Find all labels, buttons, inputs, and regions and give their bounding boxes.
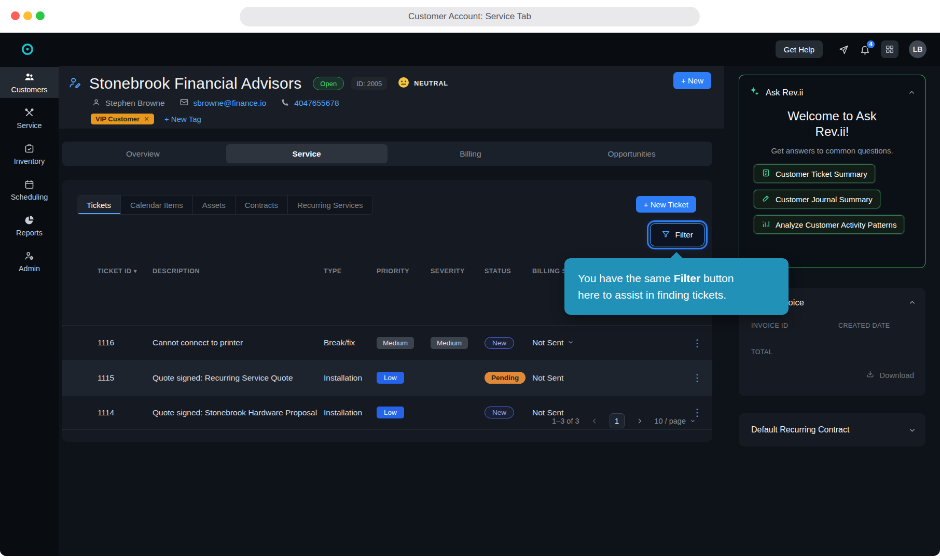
tooltip-text: here to assist in finding tickets. [578,289,726,301]
customer-id: ID: 2005 [351,77,387,90]
sidebar-item-label: Service [17,121,42,130]
app-logo-icon[interactable] [21,43,34,56]
filter-coachmark-tooltip: You have the same Filter button here to … [564,258,789,315]
sort-caret-icon: ▾ [134,268,137,275]
get-help-button[interactable]: Get Help [776,40,823,58]
sidebar-item-label: Scheduling [11,193,48,201]
tab-service[interactable]: Service [226,144,388,163]
status-badge: New [485,337,514,349]
row-actions-icon[interactable]: ⋮ [693,337,702,349]
sidebar-item-inventory[interactable]: Inventory [0,138,59,170]
priority-badge: Medium [377,337,414,349]
collapse-panel-icon[interactable] [908,89,916,96]
tab-billing[interactable]: Billing [390,142,551,166]
customers-icon [24,72,35,82]
billing-status-cell[interactable]: Not Sent [532,338,682,347]
contract-card-title: Default Recurring Contract [751,425,849,435]
sentiment-label: NEUTRAL [414,80,448,87]
subtab-calendar-items[interactable]: Calendar Items [121,195,193,214]
customer-phone-link[interactable]: 4047655678 [294,99,339,108]
sidebar-item-reports[interactable]: Reports [0,210,59,241]
subtab-tickets[interactable]: Tickets [77,195,121,214]
close-window-button[interactable] [11,11,20,20]
table-row[interactable]: 1116 Cannot connect to printer Break/fix… [62,325,712,360]
billing-status-cell: Not Sent [532,373,682,383]
ticket-id-cell: 1114 [98,408,153,417]
ask-action-label: Customer Ticket Summary [776,170,867,178]
new-ticket-button[interactable]: + New Ticket [636,196,696,213]
col-severity: SEVERITY [431,268,485,275]
sidebar-item-label: Inventory [14,157,45,165]
download-invoice-button[interactable]: Download [866,370,914,380]
type-cell: Installation [324,408,377,417]
tooltip-text: You have the same [578,272,674,284]
type-cell: Installation [324,373,377,383]
notifications-button[interactable]: 4 [860,44,870,55]
customer-ticket-summary-button[interactable]: Customer Ticket Summary [754,164,875,183]
status-badge: Pending [485,372,526,384]
notification-count-badge: 4 [866,39,876,49]
row-actions-icon[interactable]: ⋮ [693,372,702,384]
status-badge: New [485,407,514,418]
ask-revii-welcome: Welcome to Ask Rev.ii! [772,108,892,139]
maximize-window-button[interactable] [36,11,45,20]
ask-revii-panel: Ask Rev.ii Welcome to Ask Rev.ii! Get an… [739,75,925,268]
default-recurring-contract-card[interactable]: Default Recurring Contract [739,413,925,446]
customer-name: Stonebrook Financial Advisors [89,75,301,92]
page-size-select[interactable]: 10 / page [655,417,696,425]
customer-profile-icon [68,76,82,92]
minimize-window-button[interactable] [23,11,32,20]
app-window: Customer Account: Service Tab Get Help 4… [0,0,940,560]
filter-funnel-icon [661,230,670,241]
sidebar-item-customers[interactable]: Customers [0,67,59,98]
user-avatar[interactable]: LB [909,40,927,58]
expand-contract-icon[interactable] [908,426,916,434]
app-content: Get Help 4 LB Customers Service [0,33,940,556]
pie-chart-icon [24,215,35,226]
description-cell: Cannot connect to printer [153,338,324,347]
customer-journal-summary-button[interactable]: Customer Journal Summary [754,190,880,208]
next-page-icon[interactable] [636,417,643,425]
ticket-id-cell: 1116 [98,338,153,347]
filter-button-label: Filter [675,230,693,240]
tickets-subtabs: Tickets Calendar Items Assets Contracts … [77,195,373,215]
col-ticket-id[interactable]: TICKET ID ▾ [98,267,153,275]
sidebar-item-scheduling[interactable]: Scheduling [0,174,59,205]
sentiment-neutral-icon [397,76,410,91]
tooltip-text: button [700,272,734,284]
sidebar-item-service[interactable]: Service [0,103,59,134]
sidebar-item-label: Reports [16,229,43,237]
filter-button[interactable]: Filter [650,223,704,246]
apps-grid-button[interactable] [881,40,898,58]
tab-overview[interactable]: Overview [62,142,224,166]
sidebar-item-admin[interactable]: Admin [0,246,59,277]
subtab-assets[interactable]: Assets [193,195,236,214]
subtab-contracts[interactable]: Contracts [236,195,288,214]
customer-email-link[interactable]: sbrowne@finance.io [193,99,267,108]
customer-header: Stonebrook Financial Advisors Open ID: 2… [59,66,724,129]
ticket-id-cell: 1115 [98,373,153,383]
admin-icon [24,250,35,261]
top-navbar: Get Help 4 LB [0,33,940,66]
previous-page-icon[interactable] [591,417,598,425]
window-titlebar: Customer Account: Service Tab [0,0,940,33]
customer-status-badge: Open [313,77,344,90]
tag-label: VIP Customer [95,115,140,123]
table-row[interactable]: 1115 Quote signed: Recurring Service Quo… [62,360,712,395]
subtab-recurring-services[interactable]: Recurring Services [288,195,372,214]
new-button[interactable]: + New [673,72,711,89]
ask-action-label: Customer Journal Summary [776,195,873,204]
download-label: Download [879,371,914,380]
current-page[interactable]: 1 [610,413,625,428]
new-tag-button[interactable]: + New Tag [164,115,201,123]
analyze-chart-icon [762,219,770,230]
analyze-activity-patterns-button[interactable]: Analyze Customer Activity Patterns [754,215,904,234]
tab-opportunities[interactable]: Opportunities [551,142,712,166]
remove-tag-icon[interactable]: ✕ [144,115,149,123]
priority-badge: Low [377,407,404,418]
collapse-invoice-icon[interactable] [908,299,916,309]
ask-action-label: Analyze Customer Activity Patterns [776,220,896,229]
window-title: Customer Account: Service Tab [240,7,700,26]
send-feedback-button[interactable] [838,44,849,55]
ask-revii-title: Ask Rev.ii [766,88,803,97]
